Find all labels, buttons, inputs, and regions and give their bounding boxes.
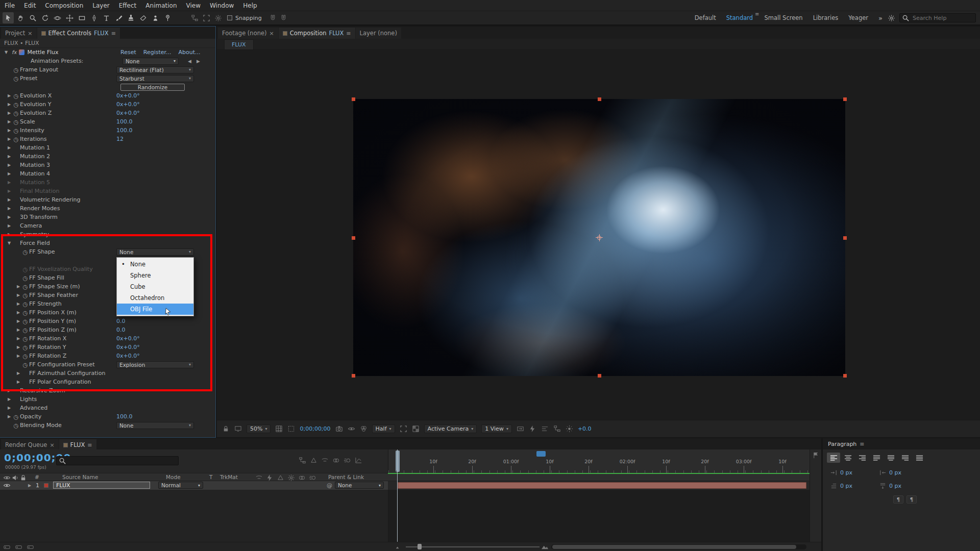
tab-timeline-flux[interactable]: FLUX ≡: [59, 439, 96, 450]
selection-handle[interactable]: [843, 97, 847, 101]
indent-right-field[interactable]: 0 px: [879, 469, 901, 477]
randomize-button[interactable]: Randomize: [120, 84, 185, 91]
selection-handle[interactable]: [352, 236, 355, 240]
reset-link[interactable]: Reset: [120, 49, 136, 56]
playhead-line[interactable]: [397, 449, 398, 542]
timeline-horizontal-scrollbar[interactable]: [551, 544, 806, 549]
zoom-out-mountain-icon[interactable]: [395, 543, 402, 550]
twirl-right-icon[interactable]: ▶: [6, 154, 12, 159]
next-preset-icon[interactable]: ▶: [197, 59, 200, 64]
help-search-input[interactable]: [912, 14, 968, 22]
twirl-right-icon[interactable]: ▶: [15, 310, 21, 315]
property-value[interactable]: 0.0: [116, 327, 126, 333]
indent-left-field[interactable]: 0 px: [830, 469, 852, 477]
shape-tool[interactable]: [76, 12, 87, 23]
selection-handle[interactable]: [598, 97, 601, 101]
twirl-right-icon[interactable]: ▶: [6, 189, 12, 193]
layer-name[interactable]: FLUX: [53, 482, 150, 489]
property-value[interactable]: 0x+0.0°: [116, 353, 140, 359]
property-value[interactable]: 0x+0.0°: [116, 335, 140, 342]
camera-orbit-tool[interactable]: [52, 12, 63, 23]
parent-dropdown[interactable]: None▾: [335, 482, 384, 489]
composition-canvas[interactable]: [353, 99, 845, 376]
selection-handle[interactable]: [843, 374, 847, 378]
selection-handle[interactable]: [352, 374, 355, 378]
brush-tool[interactable]: [113, 12, 124, 23]
lock-icon[interactable]: [19, 474, 27, 482]
mask-visibility-icon[interactable]: [287, 425, 295, 433]
menu-item-none[interactable]: •None: [117, 259, 193, 270]
panel-menu-icon[interactable]: ≡: [346, 30, 351, 37]
tab-layer[interactable]: Layer (none): [356, 28, 401, 39]
panel-lock-icon[interactable]: [41, 31, 46, 36]
menu-item-octahedron[interactable]: Octahedron: [117, 292, 193, 304]
twirl-right-icon[interactable]: ▶: [15, 319, 21, 323]
composition-viewer[interactable]: [217, 50, 980, 420]
justify-last-right-button[interactable]: [898, 453, 912, 463]
composition-mini-flowchart-icon[interactable]: [299, 457, 306, 464]
twirl-right-icon[interactable]: ▶: [15, 380, 21, 384]
hide-shy-layers-icon[interactable]: [321, 457, 329, 464]
stopwatch-icon[interactable]: ◷: [12, 136, 20, 143]
menu-edit[interactable]: Edit: [19, 0, 40, 11]
align-center-button[interactable]: [841, 453, 854, 463]
twirl-right-icon[interactable]: ▶: [15, 293, 21, 297]
twirl-right-icon[interactable]: ▶: [15, 336, 21, 341]
timeline-zoom-slider[interactable]: [406, 546, 540, 547]
stopwatch-icon[interactable]: ◷: [21, 266, 29, 273]
expand-inout-icon[interactable]: [27, 543, 34, 551]
workspace-libraries[interactable]: Libraries: [808, 11, 844, 24]
comp-marker-icon[interactable]: [812, 452, 820, 459]
view-layout-dropdown[interactable]: 1 View▾: [481, 424, 512, 433]
stopwatch-icon[interactable]: ◷: [12, 92, 20, 99]
property-dropdown-blending-mode[interactable]: None▾: [116, 422, 194, 429]
twirl-right-icon[interactable]: ▶: [27, 481, 33, 490]
shy-switch-icon[interactable]: [255, 474, 263, 482]
time-ruler[interactable]: 10f20f01:00f10f20f02:00f10f20f03:00f10f: [388, 449, 810, 473]
draft-3d-icon[interactable]: [310, 457, 317, 464]
property-value[interactable]: 0x+0.0°: [116, 101, 140, 108]
twirl-right-icon[interactable]: ▶: [6, 119, 12, 124]
tab-effect-controls[interactable]: Effect Controls FLUX ≡: [37, 28, 120, 39]
stopwatch-icon[interactable]: ◷: [21, 300, 29, 308]
previous-preset-icon[interactable]: ◀: [188, 59, 191, 64]
selection-tool[interactable]: [3, 12, 14, 23]
zoom-in-mountain-icon[interactable]: [541, 543, 549, 550]
pixel-aspect-icon[interactable]: [517, 425, 524, 433]
menu-item-obj-file[interactable]: OBJ File: [117, 304, 193, 315]
align-right-button[interactable]: [855, 453, 869, 463]
workspace-menu-icon[interactable]: ≡: [755, 11, 759, 24]
menu-layer[interactable]: Layer: [88, 0, 114, 11]
workspace-settings-icon[interactable]: [888, 14, 895, 22]
twirl-right-icon[interactable]: ▶: [6, 206, 12, 211]
workspace-yeager[interactable]: Yeager: [843, 11, 873, 24]
snapshot-icon[interactable]: [335, 425, 343, 433]
close-icon[interactable]: ×: [28, 30, 32, 37]
effects-switch-icon[interactable]: [287, 474, 295, 482]
pen-tool[interactable]: [88, 12, 100, 23]
menu-item-sphere[interactable]: Sphere: [117, 270, 193, 281]
menu-window[interactable]: Window: [205, 0, 238, 11]
twirl-right-icon[interactable]: ▶: [6, 406, 12, 410]
twirl-right-icon[interactable]: ▶: [6, 414, 12, 419]
workspace-default[interactable]: Default: [690, 11, 721, 24]
twirl-right-icon[interactable]: ▶: [15, 354, 21, 358]
property-value[interactable]: 100.0: [116, 413, 133, 420]
property-value[interactable]: 0x+0.0°: [116, 110, 140, 116]
twirl-right-icon[interactable]: ▶: [15, 345, 21, 349]
layer-row-1[interactable]: ▶ 1 FLUX Normal▾ @ None▾: [0, 481, 388, 490]
property-dropdown-ff-configuration-preset[interactable]: Explosion▾: [116, 361, 194, 368]
magnification-dropdown[interactable]: 50%▾: [247, 424, 271, 433]
quality-switch-icon[interactable]: [277, 474, 284, 482]
align-left-button[interactable]: [827, 453, 840, 463]
type-tool[interactable]: [101, 12, 112, 23]
justify-last-center-button[interactable]: [884, 453, 897, 463]
timeline-zoom-thumb[interactable]: [418, 544, 422, 549]
close-icon[interactable]: ×: [50, 442, 54, 448]
property-value[interactable]: 12: [116, 136, 124, 142]
stopwatch-icon[interactable]: ◷: [21, 353, 29, 360]
transparency-grid-icon[interactable]: [412, 425, 420, 433]
twirl-right-icon[interactable]: ▶: [15, 371, 21, 375]
first-line-indent-field[interactable]: 0 px: [830, 482, 852, 490]
twirl-right-icon[interactable]: ▶: [6, 111, 12, 115]
